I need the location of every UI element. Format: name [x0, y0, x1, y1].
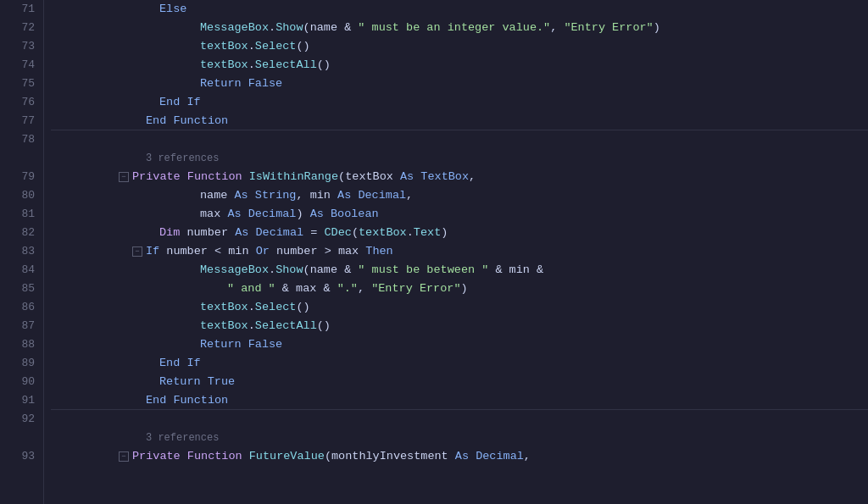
- line-num-90: 90: [0, 373, 35, 391]
- line-85: " and " & max & ".", "Entry Error"): [51, 280, 868, 298]
- line-71: Else: [51, 0, 868, 19]
- method-textbox-text: textBox: [359, 224, 407, 242]
- line-90: Return True: [51, 373, 868, 391]
- line-92: [51, 410, 868, 429]
- method-select-1: Select: [255, 37, 297, 56]
- code-content: Else MessageBox.Show(name & " must be an…: [44, 0, 868, 504]
- line-num-89: 89: [0, 354, 35, 373]
- line-num-73: 73: [0, 37, 35, 56]
- keyword-as-1: As: [400, 168, 414, 186]
- collapse-btn-93[interactable]: −: [119, 451, 129, 462]
- param-name: name: [200, 186, 227, 205]
- line-num-93: 93: [0, 447, 35, 466]
- collapse-btn-79[interactable]: −: [119, 172, 129, 182]
- method-textbox-select-1: textBox: [200, 37, 248, 56]
- line-83: − If number < min Or number > max Then: [51, 242, 868, 261]
- line-73: textBox.Select(): [51, 37, 868, 56]
- func-iswithinrange: IsWithinRange: [249, 168, 338, 186]
- keyword-return-3: Return: [159, 373, 201, 391]
- line-72: MessageBox.Show(name & " must be an inte…: [51, 19, 868, 37]
- line-num-72: 72: [0, 19, 35, 37]
- line-num-ref2: [0, 429, 35, 447]
- line-89: End If: [51, 354, 868, 373]
- keyword-return-1: Return: [200, 75, 242, 93]
- line-num-92: 92: [0, 410, 35, 429]
- keyword-then: Then: [365, 242, 392, 261]
- keyword-true: True: [208, 373, 235, 391]
- keyword-end-if-2: End If: [159, 354, 201, 373]
- param-monthlyinvestment: monthlyInvestment: [331, 447, 448, 466]
- type-decimal-3: Decimal: [255, 224, 303, 242]
- line-78: [51, 130, 868, 149]
- collapse-btn-83[interactable]: −: [132, 246, 142, 257]
- line-num-91: 91: [0, 391, 35, 410]
- line-86: textBox.Select(): [51, 298, 868, 317]
- keyword-as-2: As: [235, 186, 248, 205]
- var-min: min: [228, 242, 248, 261]
- line-num-80: 80: [0, 186, 35, 205]
- keyword-function-3: Function: [187, 447, 242, 466]
- line-76: End If: [51, 93, 868, 112]
- line-75: Return False: [51, 75, 868, 93]
- type-decimal-4: Decimal: [476, 447, 524, 466]
- var-number-2: number: [166, 242, 208, 261]
- param-max-2: max: [296, 280, 316, 298]
- keyword-as-5: As: [310, 205, 324, 224]
- line-num-71: 71: [0, 0, 35, 19]
- keyword-or: Or: [256, 242, 270, 261]
- type-boolean: Boolean: [331, 205, 379, 224]
- var-max: max: [338, 242, 359, 261]
- param-max: max: [200, 205, 220, 224]
- line-num-79: 79: [0, 168, 35, 186]
- keyword-end-function-1: End Function: [146, 112, 228, 130]
- line-num-78: 78: [0, 130, 35, 149]
- keyword-private-2: Private: [132, 168, 181, 186]
- keyword-as-4: As: [227, 205, 241, 224]
- keyword-private-3: Private: [132, 447, 181, 466]
- method-selectall-1: SelectAll: [255, 56, 317, 75]
- type-string: String: [255, 186, 297, 205]
- line-93: − Private Function FutureValue(monthlyIn…: [51, 447, 868, 466]
- line-num-88: 88: [0, 335, 35, 354]
- keyword-dim: Dim: [159, 224, 180, 242]
- ref-label-2: 3 references: [146, 429, 219, 447]
- keyword-else: Else: [159, 0, 186, 19]
- line-82: Dim number As Decimal = CDec(textBox.Tex…: [51, 224, 868, 242]
- var-number-3: number: [276, 242, 318, 261]
- line-num-84: 84: [0, 261, 35, 280]
- param-name-2: name: [310, 261, 337, 280]
- type-decimal-2: Decimal: [248, 205, 297, 224]
- keyword-as-6: As: [235, 224, 248, 242]
- line-num-75: 75: [0, 75, 35, 93]
- keyword-false-2: False: [248, 335, 283, 354]
- line-numbers: 71 72 73 74 75 76 77 78 79 80 81 82 83 8…: [0, 0, 44, 504]
- references-2: 3 references: [51, 429, 868, 447]
- keyword-as-3: As: [337, 186, 351, 205]
- param-min: min: [310, 186, 331, 205]
- line-num-86: 86: [0, 298, 35, 317]
- method-messagebox-2: MessageBox: [200, 261, 269, 280]
- func-futurevalue: FutureValue: [249, 447, 325, 466]
- param-min-2: min: [509, 261, 530, 280]
- line-87: textBox.SelectAll(): [51, 317, 868, 335]
- keyword-return-2: Return: [200, 335, 242, 354]
- method-textbox-selectall-2: textBox: [200, 317, 248, 335]
- line-77: End Function: [51, 112, 868, 130]
- type-decimal-1: Decimal: [358, 186, 406, 205]
- line-74: textBox.SelectAll(): [51, 56, 868, 75]
- keyword-function-2: Function: [187, 168, 242, 186]
- keyword-as-7: As: [455, 447, 469, 466]
- type-textbox: TextBox: [420, 168, 469, 186]
- line-80: name As String, min As Decimal,: [51, 186, 868, 205]
- line-num-81: 81: [0, 205, 35, 224]
- references-1: 3 references: [51, 149, 868, 168]
- method-messagebox: MessageBox: [200, 19, 269, 37]
- method-textbox-select-2: textBox: [200, 298, 248, 317]
- keyword-false-1: False: [248, 75, 283, 93]
- line-84: MessageBox.Show(name & " must be between…: [51, 261, 868, 280]
- line-num-82: 82: [0, 224, 35, 242]
- line-num-74: 74: [0, 56, 35, 75]
- ref-label-1: 3 references: [146, 149, 219, 168]
- prop-text: Text: [414, 224, 441, 242]
- method-select-2: Select: [255, 298, 297, 317]
